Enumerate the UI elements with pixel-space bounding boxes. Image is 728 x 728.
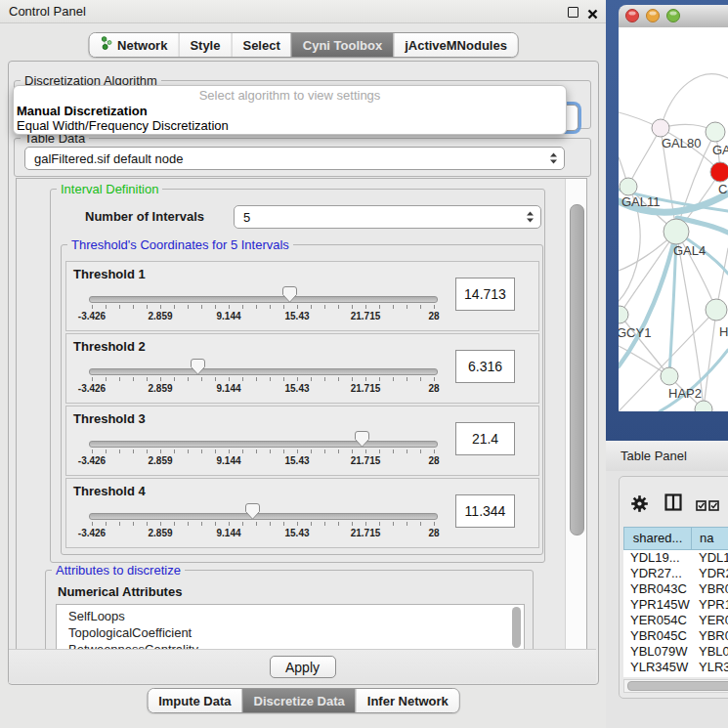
tick-label: 28 (412, 455, 455, 466)
slider-track[interactable] (89, 296, 438, 303)
tick-label: 21.715 (344, 311, 387, 321)
table-row[interactable]: YBR045CYBR0 (623, 628, 728, 644)
tick-mark (324, 522, 325, 526)
window-traffic-lights[interactable] (619, 5, 687, 27)
network-canvas[interactable]: GAL80GACGAL11GAL4GCY1HHAP2 (619, 27, 728, 411)
list-item-topologicalcoefficient[interactable]: TopologicalCoefficient (57, 624, 524, 641)
slider-track[interactable] (89, 368, 438, 375)
tab-infer-network[interactable]: Infer Network (356, 689, 459, 712)
table-hscrollbar-thumb[interactable] (627, 681, 728, 691)
table-toolbar (620, 477, 728, 526)
list-scrollbar[interactable] (512, 607, 521, 648)
threshold-value-input[interactable]: 14.713 (455, 278, 515, 311)
column-header-shared-name[interactable]: shared... (623, 527, 692, 550)
cell-shared-name: YDR27... (623, 566, 692, 581)
slider-handle[interactable] (355, 431, 369, 448)
tick-mark (311, 522, 312, 526)
tick-mark (297, 305, 298, 309)
table-hscrollbar[interactable] (623, 679, 728, 693)
threshold-value-input[interactable]: 6.316 (455, 350, 515, 383)
numerical-attributes-list[interactable]: SelfLoopsTopologicalCoefficientBetweenne… (56, 604, 525, 650)
network-node-gal4[interactable] (664, 219, 689, 244)
tick-mark (393, 522, 394, 526)
table-row[interactable]: YER054CYER0 (623, 613, 728, 628)
tick-mark (434, 377, 435, 381)
tick-mark (270, 377, 271, 381)
mac-zoom-icon (667, 10, 680, 22)
split-column-icon[interactable] (664, 493, 682, 515)
tick-mark (119, 450, 120, 453)
table-row[interactable]: YBL079WYBL0 (623, 644, 728, 660)
tick-mark (119, 522, 120, 526)
checkbox-checked-icon[interactable] (696, 497, 707, 515)
float-window-icon[interactable] (568, 7, 578, 18)
network-node-gal11[interactable] (620, 178, 637, 195)
threshold-value-input[interactable]: 21.4 (455, 422, 515, 455)
table-row[interactable]: YDL19...YDL1 (623, 550, 728, 566)
tick-mark (106, 305, 107, 309)
slider-handle[interactable] (245, 503, 260, 520)
network-edge[interactable] (628, 128, 661, 187)
network-window-titlebar[interactable] (619, 5, 728, 28)
tab-style[interactable]: Style (178, 33, 231, 57)
cell-shared-name: YBL079W (623, 644, 692, 660)
slider-handle[interactable] (191, 359, 205, 375)
gear-icon[interactable] (631, 495, 648, 516)
settings-scrollbar[interactable] (565, 179, 586, 649)
slider-track[interactable] (89, 513, 438, 520)
slider-track[interactable] (89, 441, 438, 448)
network-node-c[interactable] (710, 162, 728, 182)
close-icon[interactable] (587, 6, 598, 17)
table-row[interactable]: YIL053CYIL0 (623, 675, 728, 677)
table-data-select[interactable]: galFiltered.sif default node (24, 147, 565, 170)
list-item-selfloops[interactable]: SelfLoops (57, 605, 524, 624)
tab-label: Cyni Toolbox (303, 38, 382, 53)
tick-mark (147, 450, 148, 453)
network-icon (100, 36, 112, 54)
network-edge[interactable] (704, 310, 716, 409)
settings-scrollbar-thumb[interactable] (570, 204, 584, 535)
dropdown-option-equal-width-frequency[interactable]: Equal Width/Frequency Discretization (14, 118, 566, 133)
apply-button[interactable]: Apply (270, 656, 336, 678)
tick-mark (379, 522, 380, 526)
network-node-h[interactable] (706, 299, 727, 321)
threshold-value-input[interactable]: 11.344 (455, 494, 515, 528)
tick-mark (393, 450, 394, 453)
tab-select[interactable]: Select (231, 33, 290, 57)
cell-name: YER0 (692, 613, 728, 628)
slider-handle[interactable] (282, 286, 297, 303)
dropdown-option-manual-discretization[interactable]: Manual Discretization (14, 104, 566, 118)
tab-cyni-toolbox[interactable]: Cyni Toolbox (291, 33, 393, 57)
network-node-hap2[interactable] (661, 367, 678, 385)
tab-discretize-data[interactable]: Discretize Data (242, 689, 356, 712)
checkbox-checked-icon[interactable] (708, 497, 719, 515)
table-row[interactable]: YPR145WYPR1 (623, 597, 728, 613)
network-node-gcy1[interactable] (619, 306, 628, 323)
tab-jactivemnodules[interactable]: jActiveMNodules (393, 33, 518, 57)
network-edge[interactable] (620, 232, 676, 315)
table-panel-header: Table Panel (606, 441, 728, 472)
network-edge[interactable] (619, 232, 676, 366)
network-node-gal80[interactable] (652, 119, 669, 137)
tick-mark (393, 305, 394, 309)
tick-label: 9.144 (207, 383, 250, 394)
tick-mark (147, 305, 148, 309)
tick-mark (229, 377, 230, 381)
column-header-name[interactable]: na (692, 527, 728, 550)
tab-impute-data[interactable]: Impute Data (148, 689, 241, 712)
number-of-intervals-select[interactable]: 5 (234, 205, 541, 229)
tick-mark (393, 377, 394, 381)
tick-mark (434, 305, 435, 309)
network-node-ga[interactable] (706, 122, 725, 142)
network-edge[interactable] (661, 74, 728, 128)
network-node[interactable] (695, 401, 712, 411)
table-row[interactable]: YBR043CYBR0 (623, 581, 728, 597)
table-row[interactable]: YLR345WYLR3 (623, 660, 728, 675)
cell-name: YDR2 (692, 566, 728, 581)
tab-network[interactable]: Network (89, 33, 178, 57)
tick-mark (133, 305, 134, 309)
table-row[interactable]: YDR27...YDR2 (623, 566, 728, 581)
tick-mark (365, 522, 366, 526)
tick-mark (297, 377, 298, 381)
cell-name: YBR0 (692, 581, 728, 597)
